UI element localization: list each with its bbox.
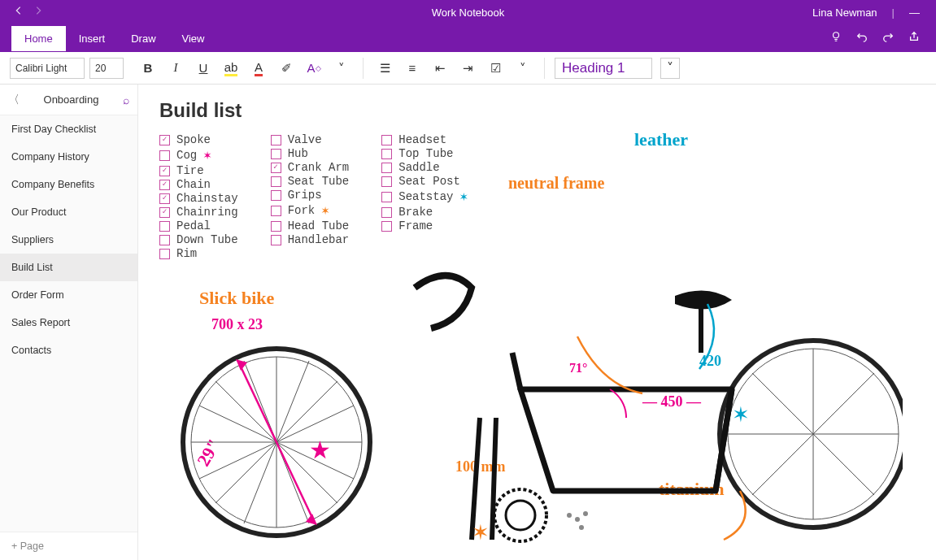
svg-point-25	[506, 501, 535, 530]
checkbox-icon[interactable]	[381, 149, 392, 159]
tab-view[interactable]: View	[169, 26, 218, 51]
checklist[interactable]: ✓SpokeCog ✶✓Tire✓Chain✓Chainstay✓Chainri…	[159, 133, 915, 260]
checkbox-icon[interactable]	[381, 192, 392, 202]
checkbox-icon[interactable]: ✓	[159, 180, 170, 190]
forward-arrow-icon[interactable]	[33, 5, 44, 20]
tag-chevron-icon[interactable]: ˅	[512, 57, 534, 80]
numbering-button[interactable]: ≡	[401, 57, 424, 80]
checkbox-icon[interactable]	[271, 176, 281, 187]
checklist-label: Valve	[288, 133, 322, 146]
font-size-select[interactable]: 20	[89, 58, 124, 79]
todo-tag-button[interactable]: ☑	[484, 57, 507, 80]
page-item[interactable]: Company History	[0, 143, 137, 171]
checklist-label: Fork	[288, 204, 316, 217]
italic-button[interactable]: I	[164, 57, 187, 80]
checkbox-icon[interactable]	[271, 149, 281, 159]
note-title[interactable]: Build list	[159, 99, 915, 122]
share-icon[interactable]	[908, 31, 920, 46]
checklist-item[interactable]: Cog ✶	[159, 147, 238, 163]
note-canvas[interactable]: Build list ✓SpokeCog ✶✓Tire✓Chain✓Chains…	[138, 85, 936, 560]
checklist-item[interactable]: Down Tube	[159, 233, 238, 246]
checkbox-icon[interactable]	[271, 235, 281, 245]
search-icon[interactable]: ⌕	[123, 93, 129, 106]
checklist-item[interactable]: Brake	[381, 206, 468, 219]
checkbox-icon[interactable]: ✓	[159, 135, 170, 145]
checklist-label: Chainstay	[176, 192, 238, 205]
page-item[interactable]: Build List	[0, 254, 137, 281]
checkbox-icon[interactable]: ✓	[159, 193, 170, 204]
outdent-button[interactable]: ⇤	[429, 57, 451, 80]
indent-button[interactable]: ⇥	[456, 57, 479, 80]
add-page-button[interactable]: + Page	[0, 532, 137, 560]
checklist-item[interactable]: Valve	[271, 133, 350, 146]
checkbox-icon[interactable]	[381, 135, 392, 145]
checkbox-icon[interactable]	[159, 235, 170, 245]
page-item[interactable]: First Day Checklist	[0, 115, 137, 143]
checklist-item[interactable]: Frame	[381, 219, 468, 232]
checkbox-icon[interactable]	[159, 150, 170, 161]
format-chevron-icon[interactable]: ˅	[330, 57, 353, 80]
highlight-button[interactable]: ab	[220, 57, 242, 80]
checkbox-icon[interactable]	[271, 206, 281, 216]
svg-text:★: ★	[309, 436, 331, 463]
font-color-button[interactable]: A	[247, 57, 270, 80]
style-chevron-icon[interactable]: ˅	[660, 58, 680, 79]
checklist-item[interactable]: Headset	[381, 133, 468, 146]
page-item[interactable]: Suppliers	[0, 226, 137, 254]
user-name[interactable]: Lina Newman	[812, 7, 877, 19]
checkbox-icon[interactable]	[271, 221, 281, 232]
checkbox-icon[interactable]	[159, 221, 170, 232]
bold-button[interactable]: B	[137, 57, 159, 80]
checkbox-icon[interactable]	[381, 207, 392, 218]
page-item[interactable]: Order Form	[0, 281, 137, 309]
checkbox-icon[interactable]	[381, 221, 392, 232]
lightbulb-icon[interactable]	[830, 31, 842, 46]
undo-icon[interactable]	[856, 31, 868, 46]
checklist-item[interactable]: ✓Crank Arm	[271, 161, 350, 174]
style-picker[interactable]: Heading 1	[555, 58, 652, 79]
checkbox-icon[interactable]: ✓	[159, 166, 170, 176]
checklist-item[interactable]: Saddle	[381, 161, 468, 174]
back-arrow-icon[interactable]	[13, 5, 24, 20]
page-item[interactable]: Sales Report	[0, 309, 137, 336]
checklist-item[interactable]: Handlebar	[271, 233, 350, 246]
checklist-label: Down Tube	[176, 233, 238, 246]
checklist-item[interactable]: Fork ✶	[271, 202, 350, 219]
checklist-item[interactable]: Top Tube	[381, 147, 468, 160]
checklist-item[interactable]: ✓Spoke	[159, 133, 238, 146]
checkbox-icon[interactable]: ✓	[271, 163, 281, 173]
clear-format-button[interactable]: A◇	[303, 57, 325, 80]
tab-insert[interactable]: Insert	[66, 26, 119, 51]
tab-draw[interactable]: Draw	[118, 26, 168, 51]
checklist-item[interactable]: ✓Chain	[159, 178, 238, 191]
checklist-item[interactable]: ✓Tire	[159, 164, 238, 177]
page-item[interactable]: Contacts	[0, 336, 137, 364]
bullets-button[interactable]: ☰	[373, 57, 396, 80]
checklist-item[interactable]: Grips	[271, 189, 350, 202]
section-back-icon[interactable]: 〈	[8, 93, 20, 107]
section-name[interactable]: Onboarding	[20, 93, 123, 106]
checklist-item[interactable]: Head Tube	[271, 219, 350, 232]
checkbox-icon[interactable]: ✓	[159, 207, 170, 218]
checkbox-icon[interactable]	[159, 249, 170, 259]
checkbox-icon[interactable]	[271, 135, 281, 145]
page-item[interactable]: Company Benefits	[0, 171, 137, 198]
checklist-item[interactable]: Hub	[271, 147, 350, 160]
tab-home[interactable]: Home	[11, 26, 66, 51]
page-item[interactable]: Our Product	[0, 198, 137, 226]
eraser-button[interactable]: ✐	[275, 57, 298, 80]
font-name-select[interactable]: Calibri Light	[10, 58, 85, 79]
minimize-icon[interactable]: —	[909, 7, 920, 19]
checklist-label: Pedal	[176, 219, 211, 232]
checklist-item[interactable]: Seatstay ✶	[381, 189, 468, 205]
checkbox-icon[interactable]	[381, 176, 392, 187]
checklist-item[interactable]: Seat Post	[381, 175, 468, 188]
checklist-item[interactable]: Seat Tube	[271, 175, 350, 188]
checkbox-icon[interactable]	[381, 163, 392, 173]
checklist-item[interactable]: ✓Chainstay	[159, 192, 238, 205]
checklist-item[interactable]: ✓Chainring	[159, 206, 238, 219]
checklist-item[interactable]: Pedal	[159, 219, 238, 232]
redo-icon[interactable]	[882, 31, 894, 46]
checkbox-icon[interactable]	[271, 190, 281, 201]
underline-button[interactable]: U	[192, 57, 215, 80]
